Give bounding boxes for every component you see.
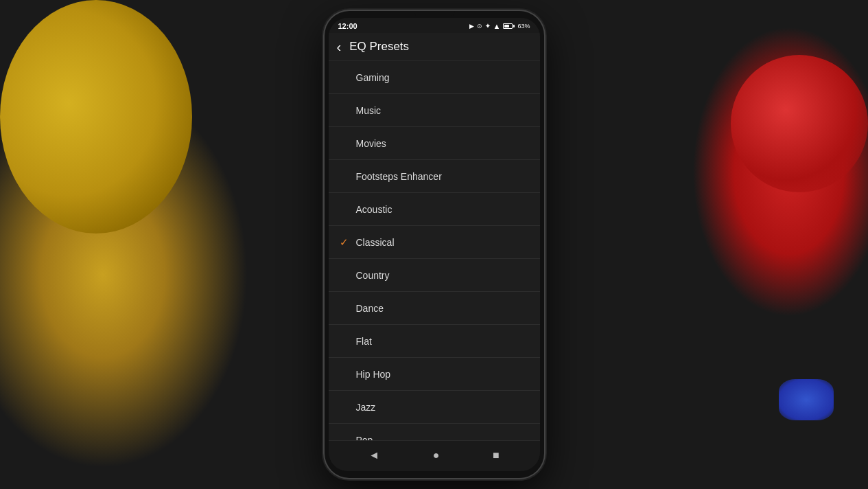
list-item[interactable]: ✓Music <box>329 94 540 127</box>
status-time: 12:00 <box>338 22 357 30</box>
phone-screen: 12:00 ▶ ⊙ ✦ ▲ 63% <box>329 18 540 471</box>
battery-text: 63% <box>517 23 530 30</box>
list-item[interactable]: ✓Flat <box>329 325 540 358</box>
cast-icon: ⊙ <box>477 23 482 30</box>
list-item[interactable]: ✓Hip Hop <box>329 358 540 391</box>
preset-label: Acoustic <box>356 204 529 215</box>
home-nav-button[interactable]: ● <box>427 446 445 464</box>
list-item[interactable]: ✓Dance <box>329 292 540 325</box>
preset-label: Gaming <box>356 72 529 83</box>
list-item[interactable]: ✓Gaming <box>329 61 540 94</box>
preset-label: Pop <box>356 435 529 441</box>
preset-label: Jazz <box>356 402 529 413</box>
bluetooth-icon: ✦ <box>485 23 491 30</box>
nav-bar: ◄ ● ■ <box>329 440 540 471</box>
eq-presets-list[interactable]: ✓Gaming✓Music✓Movies✓Footsteps Enhancer✓… <box>329 61 540 440</box>
phone-frame: 12:00 ▶ ⊙ ✦ ▲ 63% <box>325 11 544 478</box>
camera-notch <box>414 11 455 16</box>
yellow-speaker <box>0 0 192 234</box>
preset-label: Movies <box>356 138 529 149</box>
blue-object <box>779 379 834 420</box>
preset-label: Music <box>356 105 529 116</box>
list-item[interactable]: ✓Classical <box>329 226 540 259</box>
battery-icon <box>503 23 515 29</box>
back-button[interactable]: ‹ <box>337 40 342 54</box>
status-bar: 12:00 ▶ ⊙ ✦ ▲ 63% <box>329 18 540 33</box>
preset-label: Footsteps Enhancer <box>356 171 529 182</box>
list-item[interactable]: ✓Movies <box>329 127 540 160</box>
list-item[interactable]: ✓Footsteps Enhancer <box>329 160 540 193</box>
list-item[interactable]: ✓Country <box>329 259 540 292</box>
toolbar: ‹ EQ Presets <box>329 33 540 61</box>
back-nav-button[interactable]: ◄ <box>363 446 385 464</box>
wifi-icon: ▲ <box>493 22 501 30</box>
toolbar-title: EQ Presets <box>349 40 409 54</box>
list-item[interactable]: ✓Pop <box>329 424 540 440</box>
check-icon: ✓ <box>340 236 351 249</box>
list-item[interactable]: ✓Jazz <box>329 391 540 424</box>
status-icons: ▶ ⊙ ✦ ▲ 63% <box>469 22 530 30</box>
preset-label: Flat <box>356 336 529 347</box>
preset-label: Hip Hop <box>356 369 529 380</box>
play-icon: ▶ <box>469 23 474 30</box>
preset-label: Country <box>356 270 529 281</box>
preset-label: Dance <box>356 303 529 314</box>
red-object <box>731 55 868 192</box>
recent-nav-button[interactable]: ■ <box>487 446 505 464</box>
preset-label: Classical <box>356 237 529 248</box>
list-item[interactable]: ✓Acoustic <box>329 193 540 226</box>
